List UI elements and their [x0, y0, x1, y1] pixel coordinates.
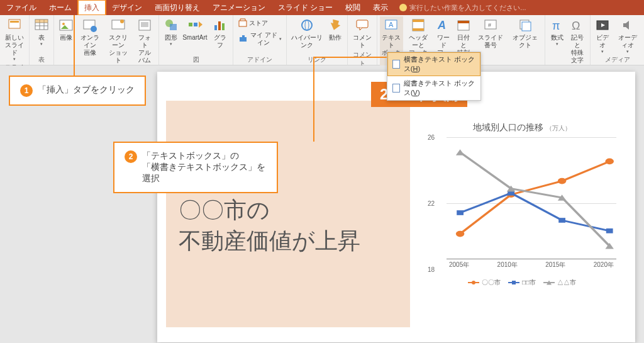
pictures-button[interactable]: 画像	[57, 16, 75, 43]
tab-transitions[interactable]: 画面切り替え	[148, 0, 206, 15]
symbol-button[interactable]: Ω 記号と 特殊文字	[568, 16, 588, 65]
svg-rect-46	[457, 210, 464, 215]
callout-1: 1 「挿入」タブをクリック	[9, 76, 146, 106]
ribbon-tabs: ファイル ホーム 挿入 デザイン 画面切り替え アニメーション スライド ショー…	[0, 0, 644, 15]
group-label-addins: アドイン	[247, 55, 272, 65]
action-button[interactable]: 動作	[326, 16, 345, 43]
audio-label: オーディオ	[615, 34, 640, 49]
equation-icon: π	[550, 18, 565, 33]
slide-number-label: スライド番号	[476, 34, 506, 49]
vertical-textbox-icon	[392, 84, 400, 93]
my-addins-label: マイ アドイン	[249, 31, 278, 47]
photo-album-button[interactable]: フォト アルバム▾	[133, 16, 156, 70]
shapes-icon	[164, 18, 179, 33]
tab-design[interactable]: デザイン	[106, 0, 148, 15]
svg-text:Ω: Ω	[572, 20, 580, 32]
tab-file[interactable]: ファイル	[0, 0, 43, 15]
slide-canvas[interactable]: 2025年予測 〇〇市の 不動産価値が上昇 地域別人口の推移 （万人） 26 2…	[157, 72, 635, 342]
workspace: 2025年予測 〇〇市の 不動産価値が上昇 地域別人口の推移 （万人） 26 2…	[0, 65, 644, 343]
group-media: ビデオ▾ オーディオ▾ メディア	[591, 15, 644, 65]
svg-rect-23	[239, 21, 247, 26]
svg-rect-48	[558, 218, 565, 223]
chart-title: 地域別人口の推移 （万人）	[428, 122, 616, 133]
ytick-22: 22	[428, 200, 435, 207]
chart-icon	[213, 18, 228, 33]
ribbon: 新しい スライド▾ スライド 表▾ 表 画像 オンライン 画像 スク	[0, 15, 644, 65]
store-icon	[238, 18, 248, 28]
tell-me-search[interactable]: 実行したい作業を入力してください...	[394, 3, 644, 13]
audio-icon	[620, 18, 635, 33]
photo-album-label: フォト アルバム	[135, 34, 154, 64]
table-button[interactable]: 表▾	[32, 16, 51, 48]
screenshot-icon	[111, 18, 126, 33]
chart-lines	[447, 137, 616, 258]
screenshot-label: スクリーン ショット	[107, 34, 130, 64]
group-illustrations: 図形▾ SmartArt グラフ 図	[159, 15, 233, 65]
svg-point-25	[305, 20, 309, 30]
svg-rect-30	[413, 20, 424, 22]
shapes-button[interactable]: 図形▾	[162, 16, 180, 48]
equation-button[interactable]: π 数式▾	[548, 16, 567, 48]
pictures-label: 画像	[60, 34, 72, 42]
smartart-button[interactable]: SmartArt	[182, 16, 208, 43]
svg-rect-15	[141, 22, 148, 27]
chart-plot: 26 22 18 2005年	[428, 137, 616, 269]
tab-animations[interactable]: アニメーション	[206, 0, 272, 15]
online-pictures-button[interactable]: オンライン 画像	[77, 16, 104, 58]
slide-number-icon: #	[483, 18, 498, 33]
hyperlink-button[interactable]: ハイパーリンク	[289, 16, 325, 50]
svg-rect-26	[357, 20, 368, 28]
my-addins-button[interactable]: マイ アドイン▾	[236, 30, 284, 48]
slide-title: 〇〇市の 不動産価値が上昇	[179, 195, 360, 256]
smartart-label: SmartArt	[182, 34, 207, 42]
online-pictures-label: オンライン 画像	[79, 34, 102, 57]
dropdown-vertical-textbox[interactable]: 縦書きテキスト ボックス(V)	[387, 76, 480, 100]
dropdown-vertical-label: 縦書きテキスト ボックス(V)	[404, 79, 475, 98]
store-button[interactable]: ストア	[236, 16, 284, 30]
tab-insert[interactable]: 挿入	[78, 0, 106, 15]
table-icon	[34, 18, 49, 33]
chart-legend: 〇〇市 □□市 △△市	[428, 278, 616, 287]
video-button[interactable]: ビデオ▾	[593, 16, 612, 55]
xtick-2: 2015年	[545, 261, 565, 269]
svg-rect-20	[214, 25, 217, 30]
svg-rect-18	[189, 23, 192, 26]
tab-slideshow[interactable]: スライド ショー	[272, 0, 339, 15]
textbox-dropdown: 横書きテキスト ボックス(H) 縦書きテキスト ボックス(V)	[387, 52, 481, 101]
horizontal-textbox-icon	[392, 60, 400, 69]
group-slides: 新しい スライド▾ スライド	[0, 15, 30, 65]
action-label: 動作	[329, 34, 341, 42]
dropdown-horizontal-textbox[interactable]: 横書きテキスト ボックス(H)	[387, 52, 480, 76]
tab-view[interactable]: 表示	[367, 0, 394, 15]
lightbulb-icon	[399, 4, 407, 11]
chart: 地域別人口の推移 （万人） 26 22 18	[428, 122, 616, 311]
tab-review[interactable]: 校閲	[339, 0, 367, 15]
svg-rect-31	[413, 28, 424, 31]
slide-number-button[interactable]: # スライド番号	[474, 16, 508, 50]
svg-rect-21	[218, 21, 221, 30]
tell-me-placeholder: 実行したい作業を入力してください...	[409, 3, 526, 13]
object-icon	[518, 18, 533, 33]
video-icon	[595, 18, 610, 33]
screenshot-button[interactable]: スクリーン ショット▾	[105, 16, 132, 70]
group-addins: ストア マイ アドイン▾ アドイン	[233, 15, 287, 65]
svg-point-13	[120, 20, 124, 23]
svg-rect-34	[458, 21, 469, 23]
group-label-illustrations: 図	[193, 55, 199, 65]
object-button[interactable]: オブジェクト	[509, 16, 542, 50]
chart-button[interactable]: グラフ	[209, 16, 230, 50]
new-slide-button[interactable]: 新しい スライド▾	[3, 16, 26, 63]
ytick-18: 18	[428, 266, 435, 273]
tab-home[interactable]: ホーム	[43, 0, 78, 15]
callout-2-num: 2	[125, 150, 137, 163]
group-symbols: π 数式▾ Ω 記号と 特殊文字 記号と特殊文字	[545, 15, 591, 65]
video-label: ビデオ	[595, 34, 610, 49]
online-pictures-icon	[82, 18, 97, 33]
wordart-icon: A	[436, 18, 451, 33]
comment-button[interactable]: コメント	[350, 16, 374, 50]
new-slide-label: 新しい スライド	[4, 34, 25, 57]
smartart-icon	[187, 18, 203, 33]
chart-label: グラフ	[211, 34, 228, 49]
svg-rect-38	[522, 22, 531, 31]
audio-button[interactable]: オーディオ▾	[613, 16, 641, 55]
